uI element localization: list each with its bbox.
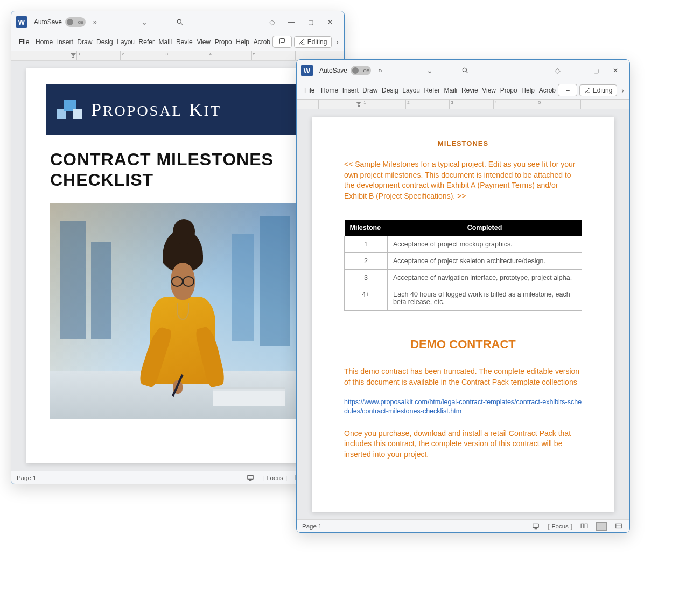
maximize-button[interactable]: ▢ [586, 61, 606, 80]
ribbon-expand-icon[interactable]: › [619, 86, 626, 95]
qat-dropdown-icon[interactable] [420, 61, 439, 80]
ribbon-tab-mailings[interactable]: Maili [442, 83, 459, 97]
svg-rect-14 [616, 524, 622, 528]
ribbon-tabs: File Home Insert Draw Desig Layou Refer … [11, 33, 344, 51]
ribbon-tab-mailings[interactable]: Maili [157, 35, 174, 49]
status-bar: Page 1 Focus [297, 519, 629, 532]
milestones-heading: MILESTONES [344, 139, 582, 147]
qat-overflow-icon[interactable]: » [93, 18, 97, 26]
horizontal-ruler[interactable]: 1 2 3 4 5 [297, 100, 629, 109]
ribbon-tab-view[interactable]: View [480, 83, 498, 97]
qat-overflow-icon[interactable]: » [379, 67, 382, 74]
page-number-label[interactable]: Page 1 [302, 523, 321, 530]
horizontal-ruler[interactable]: 1 2 3 4 5 [11, 51, 344, 61]
ribbon-tab-draw[interactable]: Draw [360, 83, 380, 97]
status-bar: Page 1 Focus [11, 471, 344, 484]
document-area[interactable]: PROPOSAL KIT CONTRACT MILESTONES CHECKLI… [11, 61, 344, 471]
document-area[interactable]: MILESTONES << Sample Milestones for a ty… [297, 109, 629, 519]
ribbon-tab-references[interactable]: Refer [137, 35, 157, 49]
svg-point-8 [463, 68, 466, 72]
display-settings-icon[interactable] [245, 473, 256, 483]
focus-mode-button[interactable]: Focus [262, 475, 287, 481]
ribbon-tab-design[interactable]: Desig [380, 83, 400, 97]
brand-name: PROPOSAL KIT [91, 100, 221, 120]
minimize-button[interactable] [567, 61, 586, 80]
word-window-1: W AutoSave Off » ▢ File Home Insert Draw… [11, 11, 345, 484]
autosave-label: AutoSave [319, 67, 347, 74]
autosave-toggle[interactable]: Off [65, 17, 86, 27]
search-icon[interactable] [456, 61, 475, 80]
milestones-table: Milestone Completed 1 Acceptance of proj… [344, 220, 582, 311]
proposal-kit-logo-icon [57, 96, 83, 123]
ribbon-tab-acrobat[interactable]: Acrob [251, 35, 272, 49]
word-window-2: W AutoSave Off » ▢ File Home Insert Draw… [296, 59, 630, 533]
ribbon-tab-review[interactable]: Revie [459, 83, 480, 97]
focus-mode-button[interactable]: Focus [548, 523, 572, 530]
read-mode-icon[interactable] [579, 521, 590, 532]
table-row: 4+ Each 40 hours of logged work is bille… [345, 286, 582, 311]
ribbon-tab-layout[interactable]: Layou [400, 83, 422, 97]
web-layout-icon[interactable] [613, 521, 624, 532]
ribbon-tab-insert[interactable]: Insert [340, 83, 361, 97]
ribbon-tab-help[interactable]: Help [234, 35, 251, 49]
ribbon-tab-draw[interactable]: Draw [75, 35, 94, 49]
ribbon-tab-help[interactable]: Help [519, 83, 536, 97]
ribbon-tab-design[interactable]: Desig [94, 35, 115, 49]
diamond-icon[interactable] [262, 12, 282, 32]
word-app-icon: W [301, 65, 313, 76]
ribbon-tab-home[interactable]: Home [33, 35, 55, 49]
ribbon-tab-view[interactable]: View [194, 35, 212, 49]
comments-button[interactable] [558, 84, 577, 96]
ribbon-tab-acrobat[interactable]: Acrob [537, 83, 558, 97]
ribbon-tab-proposal[interactable]: Propo [498, 83, 520, 97]
sample-instructions: << Sample Milestones for a typical proje… [344, 159, 582, 201]
demo-heading: DEMO CONTRACT [344, 337, 582, 351]
table-header-milestone: Milestone [345, 220, 388, 236]
qat-dropdown-icon[interactable] [135, 12, 154, 32]
svg-point-0 [177, 19, 181, 23]
autosave-toggle[interactable]: Off [351, 66, 371, 75]
ribbon-tab-proposal[interactable]: Propo [213, 35, 234, 49]
display-settings-icon[interactable] [530, 521, 541, 532]
table-header-completed: Completed [388, 220, 582, 236]
close-button[interactable] [320, 12, 340, 32]
print-layout-icon[interactable] [596, 521, 607, 532]
titlebar: W AutoSave Off » ▢ [297, 60, 629, 81]
table-row: 3 Acceptance of navigation interface, pr… [345, 270, 582, 286]
demo-link[interactable]: https://www.proposalkit.com/htm/legal-co… [344, 398, 582, 417]
diamond-icon[interactable] [548, 61, 567, 80]
svg-line-9 [466, 71, 467, 73]
document-title: CONTRACT MILESTONES CHECKLIST [50, 149, 305, 191]
document-page: PROPOSAL KIT CONTRACT MILESTONES CHECKLI… [26, 68, 329, 463]
ribbon-expand-icon[interactable]: › [334, 38, 341, 46]
titlebar: W AutoSave Off » ▢ [11, 11, 344, 33]
ribbon-tabs: File Home Insert Draw Desig Layou Refer … [297, 81, 629, 100]
ribbon-tab-file[interactable]: File [300, 83, 319, 97]
minimize-button[interactable] [282, 12, 301, 32]
ribbon-tab-layout[interactable]: Layou [115, 35, 136, 49]
svg-line-1 [180, 23, 182, 24]
cover-illustration [50, 203, 305, 419]
table-row: 1 Acceptance of project mockup graphics. [345, 236, 582, 253]
svg-rect-4 [248, 475, 254, 479]
ribbon-tab-insert[interactable]: Insert [55, 35, 75, 49]
editing-mode-button[interactable]: Editing [579, 84, 618, 96]
demo-truncated-text: This demo contract has been truncated. T… [344, 367, 582, 387]
document-page: MILESTONES << Sample Milestones for a ty… [312, 117, 614, 512]
maximize-button[interactable]: ▢ [301, 12, 320, 32]
page-number-label[interactable]: Page 1 [17, 475, 36, 481]
svg-rect-12 [533, 524, 539, 527]
editing-mode-button[interactable]: Editing [294, 36, 332, 48]
demo-purchase-text: Once you purchase, download and install … [344, 428, 582, 460]
ribbon-tab-references[interactable]: Refer [422, 83, 442, 97]
table-row: 2 Acceptance of project skeleton archite… [345, 253, 582, 270]
close-button[interactable] [606, 61, 625, 80]
comments-button[interactable] [272, 36, 292, 48]
brand-banner: PROPOSAL KIT [46, 84, 310, 135]
ribbon-tab-file[interactable]: File [15, 35, 33, 49]
word-app-icon: W [16, 16, 27, 28]
autosave-label: AutoSave [34, 18, 62, 26]
ribbon-tab-review[interactable]: Revie [174, 35, 194, 49]
search-icon[interactable] [170, 12, 190, 32]
ribbon-tab-home[interactable]: Home [319, 83, 340, 97]
